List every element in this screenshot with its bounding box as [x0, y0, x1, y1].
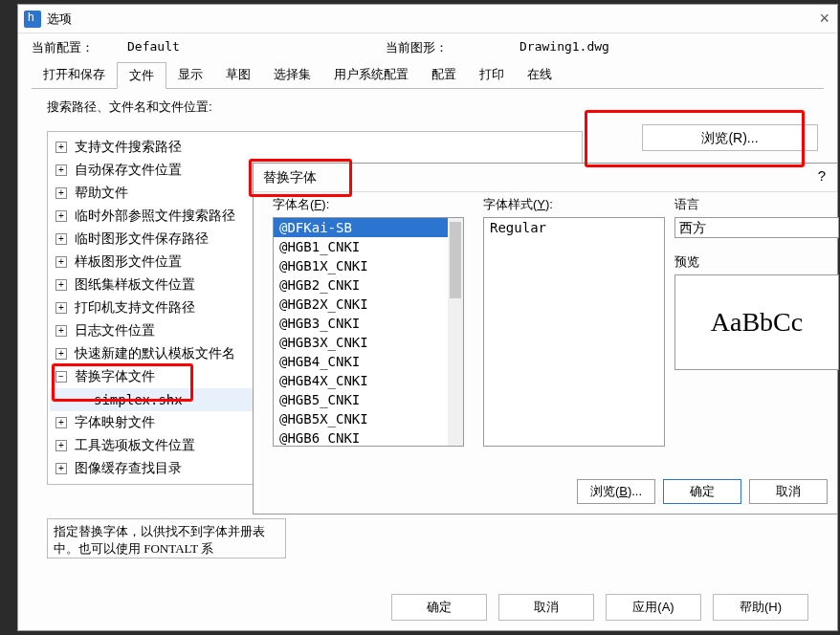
browse-button[interactable]: 浏览(R)...	[642, 124, 818, 151]
tab-selection[interactable]: 选择集	[262, 62, 322, 88]
font-lang-preview-column: 语言 西方 预览 AaBbCc	[674, 173, 839, 370]
list-item[interactable]: @HGB5_CNKI	[274, 390, 463, 409]
list-item[interactable]: @HGB3X_CNKI	[274, 333, 463, 352]
tab-sketch[interactable]: 草图	[214, 62, 262, 88]
section-label: 搜索路径、文件名和文件位置:	[47, 99, 808, 116]
font-ok-button[interactable]: 确定	[663, 479, 741, 504]
tab-file[interactable]: 文件	[117, 62, 166, 89]
font-style-column: 字体样式(Y): Regular	[483, 173, 665, 447]
tab-open-save[interactable]: 打开和保存	[32, 62, 117, 88]
list-item[interactable]: @HGB6_CNKI	[274, 428, 463, 447]
expand-icon[interactable]: +	[55, 348, 67, 360]
current-drawing-value: Drawing1.dwg	[519, 39, 609, 56]
expand-icon[interactable]: +	[55, 302, 67, 314]
titlebar: 选项 ×	[18, 5, 837, 33]
list-item[interactable]: @HGB4_CNKI	[274, 352, 463, 371]
window-title: 选项	[47, 11, 72, 28]
font-name-column: 字体名(F): @DFKai-SB @HGB1_CNKI @HGB1X_CNKI…	[273, 173, 464, 447]
cancel-button[interactable]: 取消	[498, 594, 594, 621]
font-browse-button[interactable]: 浏览(B)...	[577, 479, 655, 504]
help-button[interactable]: 帮助(H)	[713, 594, 808, 621]
collapse-icon[interactable]: −	[55, 371, 67, 383]
dialog-buttons: 确定 取消 应用(A) 帮助(H)	[18, 594, 837, 621]
current-drawing-label: 当前图形：	[386, 39, 519, 56]
preview-label: 预览	[674, 253, 839, 271]
expand-icon[interactable]: +	[55, 187, 67, 199]
list-item[interactable]: @HGB4X_CNKI	[274, 371, 463, 390]
list-item[interactable]: @HGB3_CNKI	[274, 314, 463, 333]
expand-icon[interactable]: +	[55, 440, 67, 451]
apply-button[interactable]: 应用(A)	[606, 594, 701, 621]
expand-icon[interactable]: +	[55, 142, 67, 153]
scrollbar-thumb[interactable]	[450, 222, 461, 298]
app-logo-icon	[24, 11, 41, 28]
list-item[interactable]: @HGB5X_CNKI	[274, 409, 463, 428]
tab-display[interactable]: 显示	[166, 62, 214, 88]
font-style-listbox[interactable]: Regular	[483, 217, 665, 447]
language-select[interactable]: 西方	[674, 217, 839, 238]
font-name-listbox[interactable]: @DFKai-SB @HGB1_CNKI @HGB1X_CNKI @HGB2_C…	[273, 217, 464, 447]
list-item[interactable]: @HGB1X_CNKI	[274, 256, 463, 275]
close-icon[interactable]: ×	[819, 9, 829, 29]
expand-icon[interactable]: +	[55, 463, 67, 474]
list-item[interactable]: @HGB2X_CNKI	[274, 295, 463, 314]
tab-print[interactable]: 打印	[468, 62, 516, 88]
list-item[interactable]: Regular	[484, 218, 664, 237]
expand-icon[interactable]: +	[55, 164, 67, 176]
description-box: 指定替换字体，以供找不到字体并册表中。也可以使用 FONTALT 系	[47, 518, 286, 558]
tree-item[interactable]: +支持文件搜索路径	[50, 136, 580, 159]
tab-online[interactable]: 在线	[516, 62, 564, 88]
current-config-value: Default	[127, 39, 386, 56]
tab-bar: 打开和保存 文件 显示 草图 选择集 用户系统配置 配置 打印 在线	[32, 62, 824, 89]
list-item[interactable]: @DFKai-SB	[274, 218, 463, 237]
list-item[interactable]: @HGB1_CNKI	[274, 237, 463, 256]
expand-icon[interactable]: +	[55, 325, 67, 337]
expand-icon[interactable]: +	[55, 233, 67, 245]
font-preview: AaBbCc	[674, 274, 839, 370]
font-dialog: 替换字体 ? 字体名(F): @DFKai-SB @HGB1_CNKI @HGB…	[253, 163, 838, 515]
font-name-label: 字体名(F):	[273, 196, 464, 213]
expand-icon[interactable]: +	[55, 210, 67, 222]
ok-button[interactable]: 确定	[391, 594, 487, 621]
current-config-label: 当前配置：	[32, 39, 127, 56]
list-item[interactable]: @HGB2_CNKI	[274, 275, 463, 295]
expand-icon[interactable]: +	[55, 279, 67, 291]
config-row: 当前配置： Default 当前图形： Drawing1.dwg	[18, 33, 837, 56]
font-cancel-button[interactable]: 取消	[749, 479, 828, 504]
tab-config[interactable]: 配置	[420, 62, 468, 88]
language-label: 语言	[674, 196, 839, 213]
tab-user-config[interactable]: 用户系统配置	[322, 62, 420, 88]
expand-icon[interactable]: +	[55, 417, 67, 428]
font-dialog-buttons: 浏览(B)... 确定 取消	[577, 479, 828, 504]
expand-icon[interactable]: +	[55, 256, 67, 268]
font-style-label: 字体样式(Y):	[483, 196, 665, 213]
scrollbar[interactable]	[448, 218, 463, 446]
